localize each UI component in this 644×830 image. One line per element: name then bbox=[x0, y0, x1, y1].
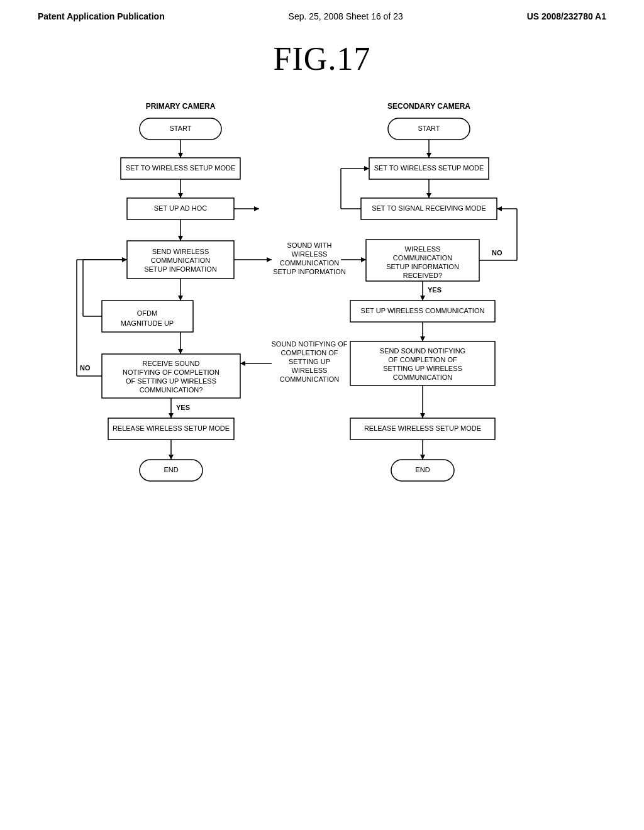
svg-text:OF COMPLETION OF: OF COMPLETION OF bbox=[388, 356, 457, 363]
figure-title: FIG.17 bbox=[0, 40, 644, 77]
p-adhoc: SET UP AD HOC bbox=[154, 204, 208, 212]
svg-marker-41 bbox=[420, 296, 425, 301]
primary-camera-label: PRIMARY CAMERA bbox=[146, 102, 216, 111]
svg-marker-82 bbox=[420, 455, 425, 460]
svg-text:SETUP INFORMATION: SETUP INFORMATION bbox=[144, 265, 217, 273]
svg-marker-12 bbox=[426, 193, 431, 198]
p-receive-sound-1: RECEIVE SOUND bbox=[142, 360, 199, 367]
header-center: Sep. 25, 2008 Sheet 16 of 23 bbox=[289, 11, 403, 21]
s-send-sound-1: SEND SOUND NOTIFYING bbox=[380, 347, 465, 355]
svg-marker-31 bbox=[361, 257, 366, 262]
flowchart-svg: PRIMARY CAMERA SECONDARY CAMERA START ST… bbox=[64, 90, 580, 719]
header-left: Patent Application Publication bbox=[38, 11, 165, 21]
secondary-camera-label: SECONDARY CAMERA bbox=[387, 102, 470, 111]
svg-text:RECEIVED?: RECEIVED? bbox=[403, 272, 442, 279]
s-received-1: WIRELESS bbox=[405, 245, 441, 253]
svg-text:SETTING UP WIRELESS: SETTING UP WIRELESS bbox=[383, 365, 462, 372]
svg-marker-58 bbox=[240, 361, 245, 366]
svg-marker-73 bbox=[169, 413, 174, 418]
p-end-label: END bbox=[164, 466, 178, 473]
s-sound-with-1: SOUND WITH bbox=[287, 241, 332, 249]
svg-marker-17 bbox=[178, 236, 183, 241]
svg-text:COMPLETION OF: COMPLETION OF bbox=[280, 349, 338, 357]
s-wireless-setup: SET TO WIRELESS SETUP MODE bbox=[374, 164, 484, 172]
yes-label-2: YES bbox=[176, 404, 190, 411]
s-end-label: END bbox=[415, 466, 430, 473]
s-sound-notifying-1: SOUND NOTIFYING OF bbox=[272, 340, 348, 348]
svg-marker-6 bbox=[426, 153, 431, 158]
svg-text:NOTIFYING OF COMPLETION: NOTIFYING OF COMPLETION bbox=[123, 368, 219, 376]
s-setup-wireless-comm: SET UP WIRELESS COMMUNICATION bbox=[361, 307, 485, 314]
no-label-2: NO bbox=[80, 364, 91, 372]
p-send-wireless: SEND WIRELESS bbox=[152, 248, 209, 255]
p-wireless-setup: SET TO WIRELESS SETUP MODE bbox=[126, 164, 236, 172]
svg-text:COMMUNICATION: COMMUNICATION bbox=[393, 254, 453, 262]
no-label-1: NO bbox=[492, 249, 502, 257]
svg-text:COMMUNICATION: COMMUNICATION bbox=[151, 257, 211, 264]
diagram-area: PRIMARY CAMERA SECONDARY CAMERA START ST… bbox=[0, 90, 644, 719]
svg-marker-64 bbox=[178, 349, 183, 354]
yes-label-1: YES bbox=[428, 286, 441, 294]
page: Patent Application Publication Sep. 25, … bbox=[0, 0, 644, 830]
svg-text:MAGNITUDE UP: MAGNITUDE UP bbox=[121, 319, 174, 327]
svg-text:COMMUNICATION: COMMUNICATION bbox=[393, 374, 453, 381]
page-header: Patent Application Publication Sep. 25, … bbox=[0, 0, 644, 21]
svg-text:COMMUNICATION?: COMMUNICATION? bbox=[140, 386, 203, 394]
p-release-wireless: RELEASE WIRELESS SETUP MODE bbox=[113, 424, 230, 432]
svg-marker-9 bbox=[178, 193, 183, 198]
p-ofdm-1: OFDM bbox=[137, 309, 157, 317]
svg-marker-21 bbox=[364, 166, 369, 171]
secondary-start-label: START bbox=[418, 124, 440, 132]
s-release-wireless: RELEASE WIRELESS SETUP MODE bbox=[364, 424, 481, 432]
primary-start-label: START bbox=[169, 124, 191, 132]
svg-text:WIRELESS: WIRELESS bbox=[292, 250, 328, 258]
svg-marker-76 bbox=[420, 413, 425, 418]
svg-marker-39 bbox=[497, 206, 502, 211]
svg-marker-79 bbox=[169, 455, 174, 460]
svg-text:OF SETTING UP WIRELESS: OF SETTING UP WIRELESS bbox=[126, 377, 216, 385]
svg-text:SETUP INFORMATION: SETUP INFORMATION bbox=[386, 263, 459, 270]
svg-text:SETTING UP: SETTING UP bbox=[289, 358, 330, 365]
svg-text:COMMUNICATION: COMMUNICATION bbox=[280, 375, 340, 383]
svg-text:WIRELESS: WIRELESS bbox=[292, 367, 328, 374]
s-signal-receiving: SET TO SIGNAL RECEIVING MODE bbox=[372, 204, 486, 212]
svg-text:SETUP INFORMATION: SETUP INFORMATION bbox=[273, 268, 346, 275]
svg-marker-52 bbox=[420, 336, 425, 341]
svg-text:COMMUNICATION: COMMUNICATION bbox=[280, 259, 340, 267]
svg-marker-3 bbox=[178, 153, 183, 158]
svg-marker-15 bbox=[254, 206, 259, 211]
svg-marker-26 bbox=[267, 257, 272, 262]
svg-marker-44 bbox=[178, 296, 183, 301]
header-right: US 2008/232780 A1 bbox=[527, 11, 606, 21]
